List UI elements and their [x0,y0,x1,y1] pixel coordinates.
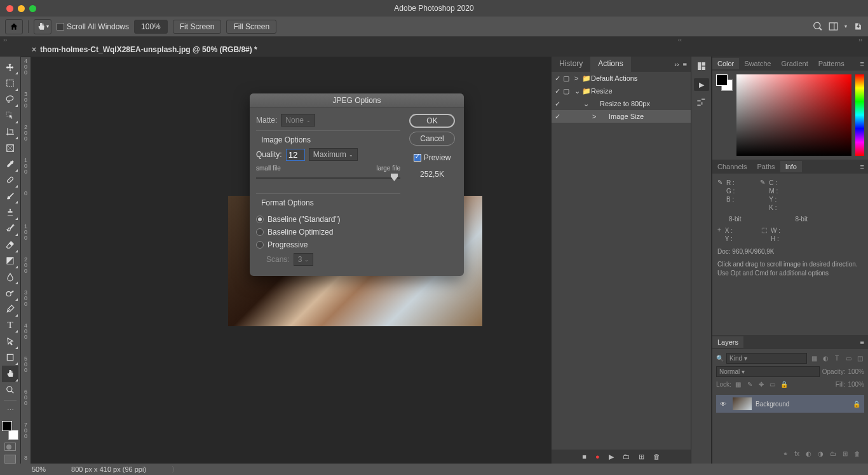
layer-filter-select[interactable]: Kind ▾ [726,353,807,364]
status-more-icon[interactable]: 〉 [172,465,179,474]
panel-menu-icon[interactable]: ≡ [683,60,687,68]
frame-tool[interactable] [2,140,18,156]
tab-patterns[interactable]: Patterns [813,58,850,69]
quality-slider[interactable] [256,173,400,184]
minimize-window-button[interactable] [18,5,25,12]
ok-button[interactable]: OK [409,114,455,128]
new-action-button[interactable]: ⊞ [639,453,644,461]
new-layer-icon[interactable]: ⊞ [843,450,848,457]
lasso-tool[interactable] [2,92,18,107]
color-panel-menu-icon[interactable]: ≡ [860,60,868,67]
preview-checkbox[interactable]: Preview [414,153,451,162]
doc-dimensions[interactable]: 800 px x 410 px (96 ppi) [71,465,146,473]
stamp-tool[interactable] [2,204,18,220]
fill-screen-button[interactable]: Fill Screen [226,20,276,34]
dodge-tool[interactable] [2,285,18,301]
lock-all-icon[interactable]: 🔒 [780,380,789,389]
action-row[interactable]: ✓▢⌄📁Resize [552,85,691,97]
pen-tool[interactable] [2,301,18,317]
tab-gradients[interactable]: Gradient [776,58,813,69]
hue-slider[interactable] [855,74,864,156]
collapse-mid-icon[interactable]: ‹‹ [675,37,685,43]
action-row[interactable]: ✓⌄Resize to 800px [552,97,691,110]
search-icon[interactable] [813,22,822,31]
play-button[interactable]: ▶ [609,453,614,461]
share-icon[interactable] [853,22,863,31]
action-row[interactable]: ✓>Image Size [552,110,691,123]
type-tool[interactable]: T [2,317,18,333]
filter-pixel-icon[interactable]: ▦ [810,354,818,363]
filter-adjust-icon[interactable]: ◐ [821,354,830,363]
color-swatches[interactable] [2,421,18,439]
new-group-icon[interactable]: 🗀 [830,450,836,457]
tab-paths[interactable]: Paths [752,161,780,172]
layer-fx-icon[interactable]: fx [794,450,799,457]
foreground-color-swatch[interactable] [2,421,12,431]
properties-panel-icon[interactable] [695,59,709,73]
new-fill-icon[interactable]: ◑ [818,450,824,457]
home-button[interactable] [5,19,23,34]
search-icon[interactable]: 🔍 [716,355,724,362]
document-tab[interactable]: × thom-holmes-Ct_WqIX28EA-unsplash.jpg @… [32,45,257,54]
link-layers-icon[interactable]: ⚭ [783,450,788,457]
quality-preset-select[interactable]: Maximum ⌄ [309,148,358,161]
scroll-all-windows-checkbox[interactable]: Scroll All Windows [57,22,129,31]
screen-mode-toggle[interactable] [4,455,16,464]
tab-swatches[interactable]: Swatche [739,58,776,69]
new-set-button[interactable]: 🗀 [623,453,630,460]
quick-mask-toggle[interactable] [4,443,16,451]
close-tab-icon[interactable]: × [32,45,36,54]
delete-layer-icon[interactable]: 🗑 [854,450,860,457]
workspace-icon[interactable] [829,22,838,31]
marquee-tool[interactable] [2,75,18,91]
record-button[interactable]: ● [595,453,600,460]
lock-pixels-icon[interactable]: ▦ [734,380,743,389]
lock-artboard-icon[interactable]: ▭ [768,380,777,389]
panel-expand-icon[interactable]: ›› [674,60,679,68]
filter-shape-icon[interactable]: ▭ [844,354,853,363]
layer-background[interactable]: 👁 Background 🔒 [716,395,864,413]
cancel-button[interactable]: Cancel [409,132,455,146]
quality-input[interactable] [286,149,305,161]
gradient-tool[interactable] [2,253,18,269]
adjustments-panel-icon[interactable] [695,96,709,110]
radio-baseline-optimized[interactable]: Baseline Optimized [256,228,400,237]
close-window-button[interactable] [6,5,13,12]
stop-button[interactable]: ■ [582,453,587,460]
layers-panel-menu-icon[interactable]: ≡ [860,338,868,346]
info-panel-menu-icon[interactable]: ≡ [860,163,868,170]
healing-tool[interactable] [2,172,18,188]
radio-progressive[interactable]: Progressive [256,240,400,249]
opacity-value[interactable]: 100% [848,368,864,375]
maximize-window-button[interactable] [29,5,36,12]
blend-mode-select[interactable]: Normal ▾ [716,366,820,377]
tab-layers[interactable]: Layers [712,336,743,348]
tab-color[interactable]: Color [712,58,739,69]
expand-toolbar-icon[interactable]: ›› [0,37,10,43]
path-select-tool[interactable] [2,333,18,349]
move-tool[interactable] [2,59,18,75]
fit-screen-button[interactable]: Fit Screen [173,20,222,34]
zoom-tool[interactable] [2,382,18,398]
color-field[interactable] [736,74,851,156]
eraser-tool[interactable] [2,237,18,252]
delete-action-button[interactable]: 🗑 [653,453,660,460]
eyedropper-tool[interactable] [2,156,18,172]
visibility-toggle[interactable]: 👁 [720,401,729,408]
radio-baseline-standard[interactable]: Baseline ("Standard") [256,215,400,224]
color-panel-swatches[interactable] [716,74,733,91]
tab-info[interactable]: Info [780,161,802,172]
zoom-100-button[interactable]: 100% [134,20,168,34]
shape-tool[interactable] [2,350,18,366]
zoom-level[interactable]: 50% [32,465,46,473]
tab-channels[interactable]: Channels [712,161,752,172]
action-row[interactable]: ✓▢>📁Default Actions [552,72,691,85]
filter-smart-icon[interactable]: ◫ [855,354,864,363]
fill-value[interactable]: 100% [848,381,864,388]
tab-history[interactable]: History [552,57,590,72]
edit-toolbar[interactable]: ⋯ [2,403,18,418]
quick-select-tool[interactable] [2,107,18,123]
history-brush-tool[interactable] [2,221,18,237]
layer-thumbnail[interactable] [733,397,752,410]
layer-mask-icon[interactable]: ◐ [806,450,811,457]
